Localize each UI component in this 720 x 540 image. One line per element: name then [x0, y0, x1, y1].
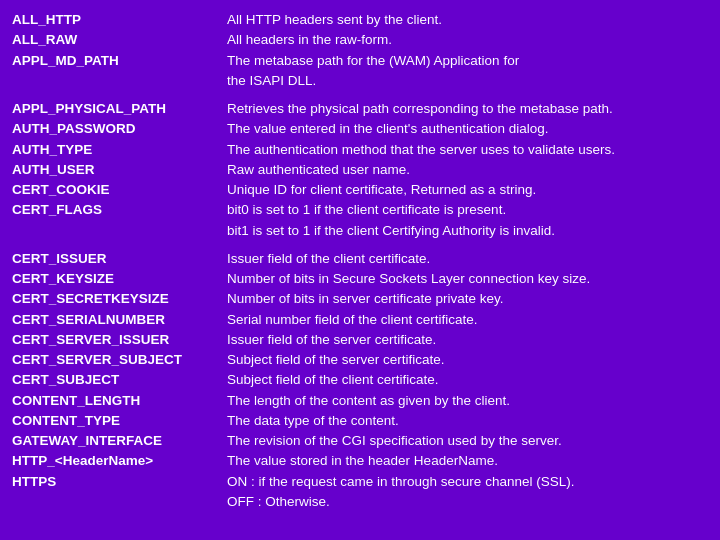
value-cell: The authentication method that the serve… — [227, 140, 708, 160]
key-cell: GATEWAY_INTERFACE — [12, 431, 227, 451]
key-cell: ALL_HTTP — [12, 10, 227, 30]
value-cell: The value stored in the header HeaderNam… — [227, 451, 708, 471]
key-cell: CERT_SERVER_SUBJECT — [12, 350, 227, 370]
table-row: ALL_HTTPAll HTTP headers sent by the cli… — [12, 10, 708, 30]
key-cell: CERT_SUBJECT — [12, 370, 227, 390]
value-cell: The metabase path for the (WAM) Applicat… — [227, 51, 708, 92]
value-cell: Subject field of the client certificate. — [227, 370, 708, 390]
value-cell: Number of bits in server certificate pri… — [227, 289, 708, 309]
table-row: APPL_PHYSICAL_PATHRetrieves the physical… — [12, 99, 708, 119]
value-cell: Number of bits in Secure Sockets Layer c… — [227, 269, 708, 289]
key-cell: CERT_SERIALNUMBER — [12, 310, 227, 330]
value-cell: The length of the content as given by th… — [227, 391, 708, 411]
value-cell: bit0 is set to 1 if the client certifica… — [227, 200, 708, 241]
table-row: CERT_SECRETKEYSIZENumber of bits in serv… — [12, 289, 708, 309]
value-cell: Raw authenticated user name. — [227, 160, 708, 180]
table-row: GATEWAY_INTERFACEThe revision of the CGI… — [12, 431, 708, 451]
value-cell: Issuer field of the server certificate. — [227, 330, 708, 350]
key-cell: APPL_PHYSICAL_PATH — [12, 99, 227, 119]
table-row: CERT_SERIALNUMBERSerial number field of … — [12, 310, 708, 330]
value-cell: The value entered in the client's authen… — [227, 119, 708, 139]
spacer — [12, 91, 708, 99]
key-cell: CONTENT_LENGTH — [12, 391, 227, 411]
main-container: ALL_HTTPAll HTTP headers sent by the cli… — [0, 0, 720, 540]
table-row: CERT_SERVER_ISSUERIssuer field of the se… — [12, 330, 708, 350]
table-row: CERT_SERVER_SUBJECTSubject field of the … — [12, 350, 708, 370]
key-cell: AUTH_USER — [12, 160, 227, 180]
key-cell: HTTPS — [12, 472, 227, 513]
table-row: AUTH_TYPEThe authentication method that … — [12, 140, 708, 160]
table-row: HTTPSON : if the request came in through… — [12, 472, 708, 513]
table-row: CERT_SUBJECTSubject field of the client … — [12, 370, 708, 390]
table-row: CERT_FLAGSbit0 is set to 1 if the client… — [12, 200, 708, 241]
table-row: APPL_MD_PATHThe metabase path for the (W… — [12, 51, 708, 92]
spacer — [12, 241, 708, 249]
table-row: AUTH_USERRaw authenticated user name. — [12, 160, 708, 180]
key-cell: CERT_FLAGS — [12, 200, 227, 241]
key-cell: CERT_SERVER_ISSUER — [12, 330, 227, 350]
key-cell: CERT_KEYSIZE — [12, 269, 227, 289]
value-cell: Issuer field of the client certificate. — [227, 249, 708, 269]
key-cell: CERT_COOKIE — [12, 180, 227, 200]
value-cell: The revision of the CGI specification us… — [227, 431, 708, 451]
key-cell: CONTENT_TYPE — [12, 411, 227, 431]
table-row: CERT_COOKIEUnique ID for client certific… — [12, 180, 708, 200]
table-row: CONTENT_LENGTHThe length of the content … — [12, 391, 708, 411]
value-cell: Unique ID for client certificate, Return… — [227, 180, 708, 200]
value-cell: ON : if the request came in through secu… — [227, 472, 708, 513]
key-cell: CERT_SECRETKEYSIZE — [12, 289, 227, 309]
value-cell: Subject field of the server certificate. — [227, 350, 708, 370]
table-row: AUTH_PASSWORDThe value entered in the cl… — [12, 119, 708, 139]
value-cell: The data type of the content. — [227, 411, 708, 431]
value-cell: All HTTP headers sent by the client. — [227, 10, 708, 30]
table-row: HTTP_<HeaderName>The value stored in the… — [12, 451, 708, 471]
key-cell: AUTH_PASSWORD — [12, 119, 227, 139]
key-cell: CERT_ISSUER — [12, 249, 227, 269]
table-row: CERT_ISSUERIssuer field of the client ce… — [12, 249, 708, 269]
table-row: CONTENT_TYPEThe data type of the content… — [12, 411, 708, 431]
key-cell: ALL_RAW — [12, 30, 227, 50]
value-cell: Retrieves the physical path correspondin… — [227, 99, 708, 119]
value-cell: All headers in the raw-form. — [227, 30, 708, 50]
key-cell: AUTH_TYPE — [12, 140, 227, 160]
key-cell: HTTP_<HeaderName> — [12, 451, 227, 471]
value-cell: Serial number field of the client certif… — [227, 310, 708, 330]
table-row: CERT_KEYSIZENumber of bits in Secure Soc… — [12, 269, 708, 289]
table-row: ALL_RAWAll headers in the raw-form. — [12, 30, 708, 50]
key-cell: APPL_MD_PATH — [12, 51, 227, 92]
